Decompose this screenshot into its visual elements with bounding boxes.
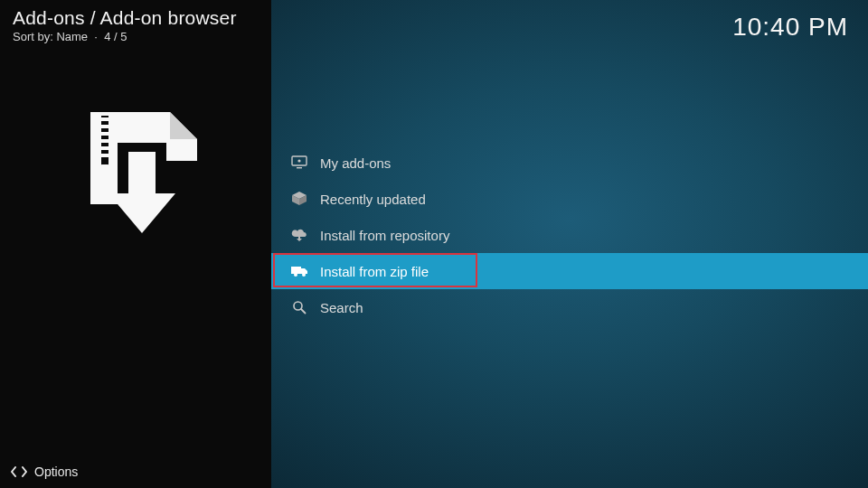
svg-rect-2 xyxy=(98,125,112,128)
svg-rect-12 xyxy=(291,267,301,274)
sort-info: Sort by: Name · 4 / 5 xyxy=(13,30,237,43)
menu-item-recently-updated[interactable]: Recently updated xyxy=(271,181,868,217)
search-icon xyxy=(286,300,313,314)
options-arrows-icon xyxy=(11,465,27,478)
svg-line-16 xyxy=(301,309,306,314)
menu-item-label: Install from repository xyxy=(320,228,449,243)
menu-item-install-zip[interactable]: Install from zip file xyxy=(271,253,868,289)
menu-item-install-repository[interactable]: Install from repository xyxy=(271,217,868,253)
menu-item-search[interactable]: Search xyxy=(271,289,868,325)
svg-rect-4 xyxy=(98,139,112,143)
sort-value: Name xyxy=(56,30,88,43)
svg-rect-1 xyxy=(98,117,112,121)
monitor-icon xyxy=(286,155,313,170)
menu-item-label: My add-ons xyxy=(320,155,391,171)
svg-rect-7 xyxy=(99,164,110,177)
svg-rect-11 xyxy=(297,167,302,168)
clock: 10:40 PM xyxy=(732,13,848,42)
menu-item-label: Search xyxy=(320,300,363,315)
box-refresh-icon xyxy=(286,191,313,207)
svg-point-14 xyxy=(302,273,306,277)
options-label: Options xyxy=(34,465,78,479)
breadcrumb-title: Add-ons / Add-on browser xyxy=(13,7,237,29)
svg-point-10 xyxy=(297,159,300,162)
svg-rect-3 xyxy=(98,132,112,136)
install-zip-large-icon xyxy=(63,105,208,249)
svg-rect-5 xyxy=(98,146,112,150)
sidebar-panel xyxy=(0,0,271,488)
zip-truck-icon xyxy=(286,265,313,277)
position-indicator: 4 / 5 xyxy=(104,30,127,43)
footer-options[interactable]: Options xyxy=(11,465,78,479)
addon-browser-menu: My add-ons Recently updated Install from… xyxy=(271,145,868,325)
menu-item-my-addons[interactable]: My add-ons xyxy=(271,145,868,181)
header: Add-ons / Add-on browser Sort by: Name ·… xyxy=(13,7,237,43)
sort-prefix: Sort by: xyxy=(13,30,53,43)
menu-item-label: Install from zip file xyxy=(320,264,429,279)
svg-rect-6 xyxy=(98,154,112,157)
cloud-download-icon xyxy=(286,228,313,242)
svg-point-13 xyxy=(294,273,297,277)
menu-item-label: Recently updated xyxy=(320,192,426,207)
